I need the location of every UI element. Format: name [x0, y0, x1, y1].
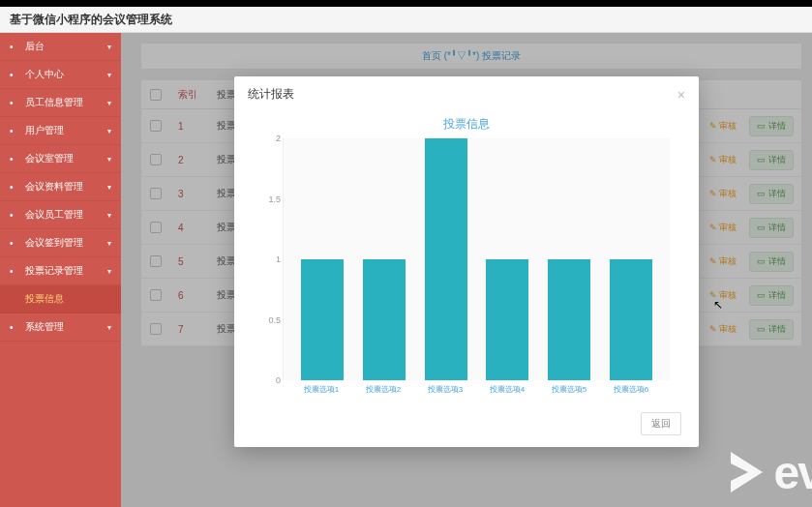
sidebar-item-label: 投票信息	[25, 292, 64, 306]
sidebar-item-10[interactable]: •系统管理▾	[0, 313, 121, 342]
bar-2[interactable]	[425, 138, 467, 380]
bar-0[interactable]	[301, 259, 344, 380]
doc-icon: •	[10, 182, 19, 192]
group-icon: •	[10, 210, 19, 220]
y-tick: 0.5	[268, 315, 281, 325]
bar-4[interactable]	[548, 259, 590, 380]
bar-1[interactable]	[363, 259, 406, 380]
bar-5[interactable]	[610, 259, 652, 380]
modal-title: 统计报表	[248, 86, 294, 103]
sidebar: •后台▾•个人中心▾•员工信息管理▾•用户管理▾•会议室管理▾•会议资料管理▾•…	[0, 33, 121, 507]
vote-icon: •	[10, 266, 19, 276]
x-tick: 投票选项2	[362, 384, 405, 395]
sidebar-item-4[interactable]: •会议室管理▾	[0, 145, 121, 173]
x-tick: 投票选项4	[486, 384, 528, 395]
sidebar-item-0[interactable]: •后台▾	[0, 33, 121, 61]
chevron-down-icon: ▾	[107, 71, 111, 79]
sidebar-item-label: 会议员工管理	[25, 208, 83, 222]
sidebar-item-6[interactable]: •会议员工管理▾	[0, 201, 121, 229]
sidebar-item-label: 会议资料管理	[25, 180, 83, 194]
chevron-down-icon: ▾	[107, 155, 111, 164]
sidebar-item-8[interactable]: •投票记录管理▾	[0, 257, 121, 285]
chevron-down-icon: ▾	[107, 267, 111, 276]
sidebar-item-label: 会议签到管理	[25, 236, 83, 250]
chart-title: 投票信息	[263, 116, 670, 133]
modal-overlay: 统计报表 × 投票信息 00.511.52 投票选项1投票选项2投票选项3投票选…	[121, 33, 812, 507]
chevron-down-icon: ▾	[107, 99, 111, 107]
chevron-down-icon: ▾	[107, 323, 111, 332]
sidebar-item-9[interactable]: 投票信息	[0, 285, 121, 313]
x-axis: 投票选项1投票选项2投票选项3投票选项4投票选项5投票选项6	[263, 380, 670, 395]
chevron-down-icon: ▾	[107, 211, 111, 220]
sidebar-item-7[interactable]: •会议签到管理▾	[0, 229, 121, 257]
sidebar-item-label: 个人中心	[25, 68, 64, 81]
chevron-down-icon: ▾	[107, 127, 111, 135]
content-area: 首页 (*╹▽╹*) 投票记录 索引 投票主题 价格 1投票主✎ 审核▭ 详情2…	[121, 33, 812, 507]
chart: 00.511.52	[263, 138, 670, 380]
stats-modal: 统计报表 × 投票信息 00.511.52 投票选项1投票选项2投票选项3投票选…	[234, 76, 699, 447]
sidebar-item-2[interactable]: •员工信息管理▾	[0, 89, 121, 117]
sidebar-item-5[interactable]: •会议资料管理▾	[0, 173, 121, 201]
x-tick: 投票选项5	[548, 384, 590, 395]
close-icon[interactable]: ×	[677, 87, 685, 103]
plot-area	[283, 138, 670, 380]
sidebar-item-3[interactable]: •用户管理▾	[0, 117, 121, 145]
y-tick: 2	[276, 134, 281, 143]
none-icon	[10, 294, 19, 304]
x-tick: 投票选项1	[300, 384, 343, 395]
room-icon: •	[10, 154, 19, 164]
back-button[interactable]: 返回	[641, 412, 681, 435]
gear-icon: •	[10, 322, 19, 332]
sidebar-item-label: 用户管理	[25, 124, 64, 137]
sidebar-item-label: 员工信息管理	[25, 96, 83, 109]
y-axis: 00.511.52	[263, 138, 283, 380]
sidebar-item-label: 会议室管理	[25, 152, 74, 165]
chevron-down-icon: ▾	[107, 183, 111, 192]
bar-3[interactable]	[486, 259, 528, 380]
list-icon: •	[10, 98, 19, 107]
y-tick: 1.5	[268, 194, 281, 204]
x-tick: 投票选项3	[424, 384, 466, 395]
sidebar-item-label: 系统管理	[25, 320, 64, 334]
sidebar-item-label: 投票记录管理	[25, 264, 83, 278]
user-icon: •	[10, 70, 19, 79]
y-tick: 0	[276, 375, 281, 385]
check-icon: •	[10, 238, 19, 248]
x-tick: 投票选项6	[610, 384, 652, 395]
chevron-down-icon: ▾	[107, 43, 111, 51]
app-header: 基于微信小程序的会议管理系统	[0, 7, 812, 33]
sidebar-item-1[interactable]: •个人中心▾	[0, 61, 121, 89]
users-icon: •	[10, 126, 19, 135]
chevron-down-icon: ▾	[107, 239, 111, 248]
home-icon: •	[10, 42, 19, 51]
y-tick: 1	[276, 254, 281, 264]
sidebar-item-label: 后台	[25, 40, 45, 53]
app-title: 基于微信小程序的会议管理系统	[10, 12, 172, 28]
